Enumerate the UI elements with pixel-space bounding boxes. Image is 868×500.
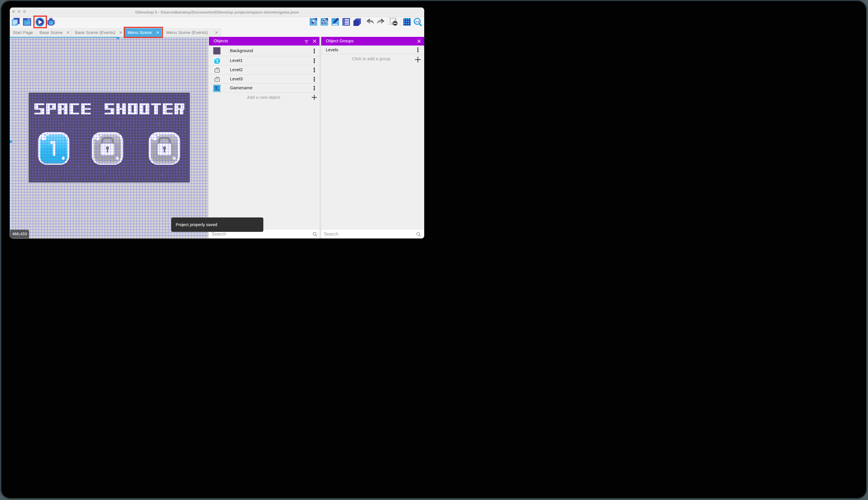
svg-text:466;433: 466;433	[12, 231, 27, 236]
svg-text:x: x	[218, 88, 220, 91]
svg-text:T: T	[215, 86, 218, 91]
svg-text:1:1: 1:1	[415, 20, 419, 23]
svg-text:1: 1	[216, 59, 219, 64]
